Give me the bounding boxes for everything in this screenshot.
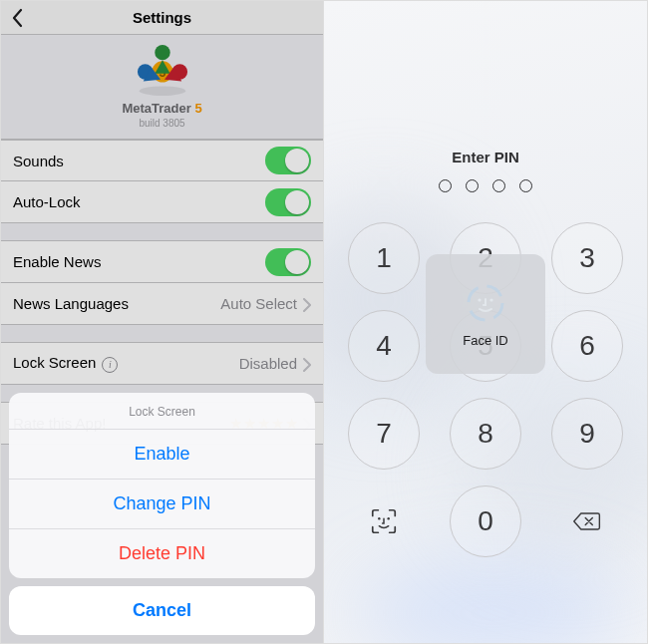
app-name-highlight: 5 xyxy=(194,101,201,116)
row-label: Lock Screeni xyxy=(13,354,239,373)
row-label: Enable News xyxy=(13,253,265,270)
faceid-icon xyxy=(369,506,399,536)
row-sounds[interactable]: Sounds xyxy=(1,140,323,181)
app-name: MetaTrader 5 xyxy=(1,101,323,116)
sheet-enable-button[interactable]: Enable xyxy=(9,430,315,480)
key-1[interactable]: 1 xyxy=(348,222,420,294)
key-3[interactable]: 3 xyxy=(551,222,623,294)
row-autolock[interactable]: Auto-Lock xyxy=(1,181,323,223)
header: Settings xyxy=(1,1,323,35)
row-label: Sounds xyxy=(13,153,265,169)
sheet-delete-pin-button[interactable]: Delete PIN xyxy=(9,529,315,578)
svg-point-0 xyxy=(139,86,184,96)
key-faceid[interactable] xyxy=(348,485,420,557)
row-lock-screen[interactable]: Lock Screeni Disabled xyxy=(1,343,323,385)
faceid-scan-icon xyxy=(464,281,507,325)
chevron-right-icon xyxy=(303,295,311,312)
back-button[interactable] xyxy=(7,6,27,30)
autolock-toggle[interactable] xyxy=(265,188,311,216)
faceid-popup: Face ID xyxy=(426,254,545,374)
page-title: Settings xyxy=(133,9,191,26)
background-blur xyxy=(354,563,633,643)
pin-entry-screen: Enter PIN 1 2 3 4 5 6 7 8 9 xyxy=(324,1,647,643)
sheet-title: Lock Screen xyxy=(9,393,315,430)
svg-point-3 xyxy=(155,45,169,60)
pin-dot xyxy=(439,179,452,192)
pin-dots xyxy=(439,179,532,192)
action-sheet: Lock Screen Enable Change PIN Delete PIN… xyxy=(9,393,315,635)
svg-point-6 xyxy=(378,517,380,519)
app-name-text: MetaTrader xyxy=(122,101,190,116)
row-label: News Languages xyxy=(13,295,220,312)
key-backspace[interactable] xyxy=(551,485,623,557)
pin-title: Enter PIN xyxy=(452,149,519,165)
section-gap xyxy=(1,325,323,343)
info-icon[interactable]: i xyxy=(102,357,118,373)
svg-point-7 xyxy=(387,517,389,519)
row-label: Auto-Lock xyxy=(13,193,265,210)
key-9[interactable]: 9 xyxy=(551,398,623,470)
chevron-left-icon xyxy=(11,8,23,28)
key-0[interactable]: 0 xyxy=(450,485,521,557)
svg-point-10 xyxy=(489,298,492,301)
row-enable-news[interactable]: Enable News xyxy=(1,241,323,283)
pin-dot xyxy=(466,179,479,192)
sheet-change-pin-button[interactable]: Change PIN xyxy=(9,480,315,529)
key-8[interactable]: 8 xyxy=(450,398,521,470)
row-value: Disabled xyxy=(239,355,297,372)
key-6[interactable]: 6 xyxy=(551,310,623,382)
build-label: build 3805 xyxy=(1,118,323,129)
chevron-right-icon xyxy=(303,355,311,372)
settings-screen: Settings 5 MetaTrader 5 build 3805 Sound… xyxy=(1,1,324,643)
section-gap xyxy=(1,223,323,241)
pin-dot xyxy=(492,179,505,192)
key-7[interactable]: 7 xyxy=(348,398,420,470)
svg-point-9 xyxy=(478,298,481,301)
action-sheet-group: Lock Screen Enable Change PIN Delete PIN xyxy=(9,393,315,578)
backspace-icon xyxy=(572,506,602,536)
row-value: Auto Select xyxy=(220,295,297,312)
sheet-cancel-button[interactable]: Cancel xyxy=(9,586,315,635)
faceid-label: Face ID xyxy=(463,333,508,348)
row-news-languages[interactable]: News Languages Auto Select xyxy=(1,283,323,325)
row-label-text: Lock Screen xyxy=(13,354,96,371)
app-info-block: 5 MetaTrader 5 build 3805 xyxy=(1,35,323,140)
metatrader-logo-icon: 5 xyxy=(134,43,191,97)
sounds-toggle[interactable] xyxy=(265,147,311,174)
news-toggle[interactable] xyxy=(265,248,311,276)
key-4[interactable]: 4 xyxy=(348,310,420,382)
pin-dot xyxy=(519,179,532,192)
